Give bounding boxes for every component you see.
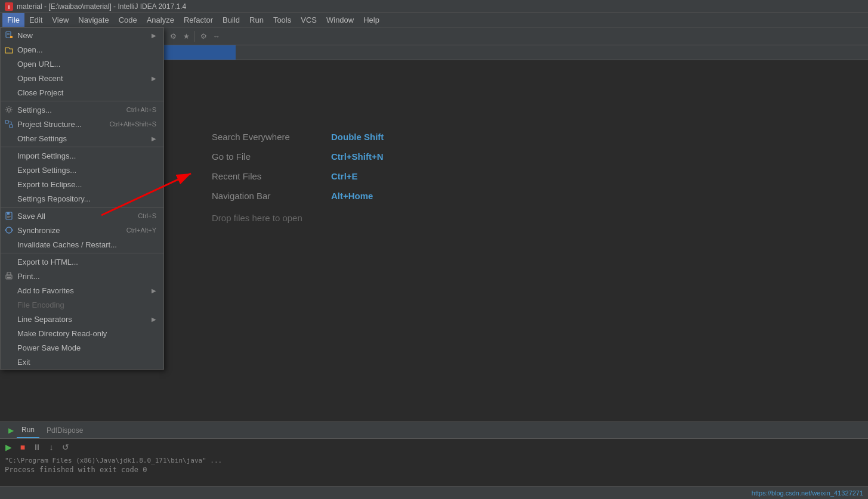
active-tab[interactable] <box>164 45 236 60</box>
menu-item-open-label: Open... <box>17 45 43 54</box>
menu-tools[interactable]: Tools <box>268 13 296 27</box>
menu-navigate[interactable]: Navigate <box>73 13 113 27</box>
menu-window[interactable]: Window <box>322 13 359 27</box>
menu-file[interactable]: File <box>2 13 24 27</box>
menu-item-export-eclipse-label: Export to Eclipse... <box>17 180 82 189</box>
menu-item-exit[interactable]: Exit <box>1 355 163 369</box>
menu-item-other-settings[interactable]: Other Settings ▶ <box>1 131 163 145</box>
run-btn-play[interactable]: ▶ <box>2 441 14 453</box>
menu-run[interactable]: Run <box>245 13 268 27</box>
menu-item-settings-repo-label: Settings Repository... <box>17 194 91 203</box>
menu-item-open-recent[interactable]: Open Recent ▶ <box>1 71 163 85</box>
menu-build[interactable]: Build <box>218 13 245 27</box>
search-everywhere-label: Search Everywhere <box>212 132 319 142</box>
menu-item-new-label: New <box>17 31 33 40</box>
toolbar-btn-1[interactable]: ⚙ <box>166 30 180 43</box>
menu-help[interactable]: Help <box>359 13 384 27</box>
run-btn-pause[interactable]: ⏸ <box>31 441 43 453</box>
recent-files-label: Recent Files <box>212 171 319 181</box>
sync-icon <box>4 225 14 235</box>
run-play-btn[interactable]: ▶ <box>5 424 17 436</box>
app-icon: I <box>5 2 13 11</box>
status-bar-url[interactable]: https://blog.csdn.net/weixin_41327271 <box>752 489 863 497</box>
menu-item-save-all[interactable]: Save All Ctrl+S <box>1 209 163 223</box>
separator-2 <box>1 147 163 147</box>
new-icon <box>4 30 14 40</box>
menu-item-add-favorites[interactable]: Add to Favorites ▶ <box>1 283 163 297</box>
project-tab-label: PdfDispose <box>47 426 83 435</box>
menu-item-print[interactable]: Print... <box>1 269 163 283</box>
menu-item-export-settings-label: Export Settings... <box>17 166 76 175</box>
search-everywhere-shortcut: Double Shift <box>331 132 384 142</box>
status-bar: https://blog.csdn.net/weixin_41327271 <box>0 486 868 499</box>
toolbar-btn-3[interactable]: ⚙ <box>197 30 210 43</box>
menu-item-invalidate-label: Invalidate Caches / Restart... <box>17 240 117 249</box>
run-controls: ▶ ■ ⏸ ↓ ↺ <box>0 439 868 455</box>
file-dropdown-menu: New ▶ Open... Open URL... Open Recent ▶ … <box>0 27 164 370</box>
menu-view[interactable]: View <box>47 13 73 27</box>
menu-item-power-save[interactable]: Power Save Mode <box>1 340 163 355</box>
menu-item-project-structure[interactable]: Project Structure... Ctrl+Alt+Shift+S <box>1 117 163 131</box>
menu-item-synchronize-label: Synchronize <box>17 226 60 235</box>
favorites-arrow: ▶ <box>152 287 156 294</box>
synchronize-shortcut: Ctrl+Alt+Y <box>126 227 156 234</box>
menu-code[interactable]: Code <box>114 13 142 27</box>
panel-tab-project[interactable]: PdfDispose <box>42 422 88 438</box>
nav-bar-shortcut: Alt+Home <box>331 191 373 201</box>
menu-item-import-settings-label: Import Settings... <box>17 151 76 160</box>
menu-item-power-save-label: Power Save Mode <box>17 343 81 352</box>
settings-shortcut: Ctrl+Alt+S <box>126 106 156 113</box>
run-command-line: "C:\Program Files (x86)\Java\jdk1.8.0_17… <box>5 457 863 464</box>
panel-tab-run[interactable]: Run <box>17 422 39 438</box>
hint-nav-bar: Navigation Bar Alt+Home <box>212 191 373 201</box>
submenu-arrow: ▶ <box>152 32 156 39</box>
run-btn-stop[interactable]: ■ <box>17 441 29 453</box>
go-to-file-shortcut: Ctrl+Shift+N <box>331 151 384 162</box>
print-icon <box>4 271 14 281</box>
hint-search-everywhere: Search Everywhere Double Shift <box>212 132 384 142</box>
bottom-panel: ▶ Run PdfDispose ▶ ■ ⏸ ↓ ↺ "C:\Program F… <box>0 421 868 499</box>
drop-files-hint: Drop files here to open <box>212 213 302 223</box>
menu-item-make-read-only-label: Make Directory Read-only <box>17 329 107 338</box>
nav-bar-label: Navigation Bar <box>212 191 319 201</box>
menu-item-settings[interactable]: Settings... Ctrl+Alt+S <box>1 103 163 117</box>
save-all-icon <box>4 211 14 221</box>
svg-rect-7 <box>5 120 8 123</box>
menu-item-export-html-label: Export to HTML... <box>17 258 78 266</box>
menu-item-file-encoding-label: File Encoding <box>17 300 64 309</box>
menu-item-line-separators[interactable]: Line Separators ▶ <box>1 312 163 326</box>
run-btn-step[interactable]: ↓ <box>45 441 57 453</box>
svg-rect-17 <box>7 277 11 278</box>
menu-item-settings-repo[interactable]: Settings Repository... <box>1 191 163 206</box>
menu-item-export-eclipse[interactable]: Export to Eclipse... <box>1 177 163 191</box>
menu-item-open-url[interactable]: Open URL... <box>1 57 163 71</box>
menu-edit[interactable]: Edit <box>24 13 47 27</box>
menu-item-settings-label: Settings... <box>17 106 52 114</box>
svg-rect-8 <box>10 125 13 128</box>
menu-item-export-settings[interactable]: Export Settings... <box>1 163 163 177</box>
menu-item-invalidate[interactable]: Invalidate Caches / Restart... <box>1 237 163 252</box>
menu-item-file-encoding[interactable]: File Encoding <box>1 297 163 312</box>
menu-item-close-project[interactable]: Close Project <box>1 85 163 100</box>
bottom-panel-header: ▶ Run PdfDispose <box>0 422 868 439</box>
open-icon <box>4 45 14 54</box>
run-btn-reload[interactable]: ↺ <box>60 441 72 453</box>
menu-item-open[interactable]: Open... <box>1 42 163 57</box>
menu-item-import-settings[interactable]: Import Settings... <box>1 148 163 163</box>
menu-item-make-read-only[interactable]: Make Directory Read-only <box>1 326 163 340</box>
toolbar-btn-2[interactable]: ★ <box>180 30 193 43</box>
menu-item-new[interactable]: New ▶ <box>1 28 163 42</box>
menu-vcs[interactable]: VCS <box>296 13 322 27</box>
menu-item-synchronize[interactable]: Synchronize Ctrl+Alt+Y <box>1 223 163 237</box>
svg-marker-5 <box>10 36 13 38</box>
title-text: material - [E:\waibao\material] - Intell… <box>17 2 186 11</box>
editor-area: ⚙ ★ ⚙ ↔ Search Everywhere Double Shift G… <box>164 27 868 421</box>
menu-item-line-separators-label: Line Separators <box>17 315 72 324</box>
main-layout: New ▶ Open... Open URL... Open Recent ▶ … <box>0 27 868 421</box>
menu-item-export-html[interactable]: Export to HTML... <box>1 255 163 269</box>
menu-item-close-project-label: Close Project <box>17 88 63 97</box>
menu-analyze[interactable]: Analyze <box>142 13 179 27</box>
menu-refactor[interactable]: Refactor <box>179 13 218 27</box>
title-bar: I material - [E:\waibao\material] - Inte… <box>0 0 868 13</box>
toolbar-btn-4[interactable]: ↔ <box>210 30 223 43</box>
